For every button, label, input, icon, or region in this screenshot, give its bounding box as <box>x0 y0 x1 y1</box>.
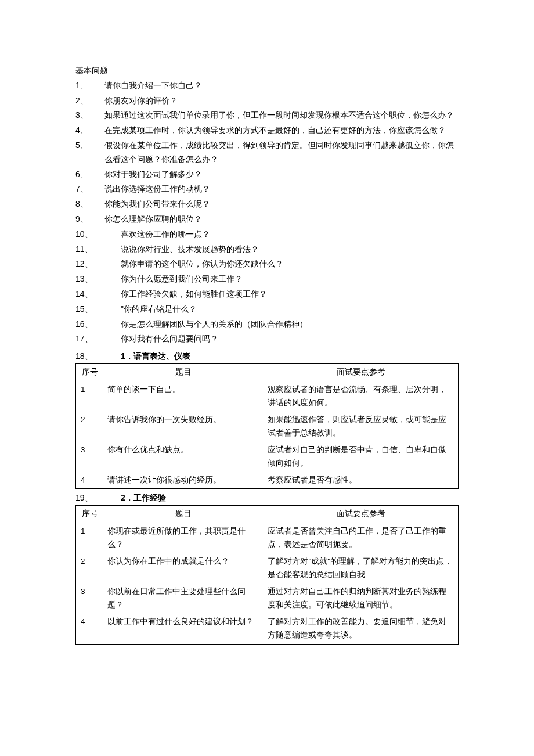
question-number: 15、 <box>75 303 121 316</box>
question-item: 17、你对我有什么问题要问吗？ <box>75 332 459 346</box>
table-header: 题目 <box>103 363 264 381</box>
question-number: 10、 <box>75 228 121 242</box>
row-point: 观察应试者的语言是否流畅、有条理、层次分明，讲话的风度如何。 <box>263 381 458 411</box>
question-item: 2、你朋友对你的评价？ <box>75 94 459 108</box>
question-text: 你为什么愿意到我们公司来工作？ <box>121 272 459 286</box>
question-text: 你朋友对你的评价？ <box>104 94 459 108</box>
question-number: 5、 <box>75 139 104 167</box>
question-number: 13、 <box>75 272 121 286</box>
row-point: 如果能迅速作答，则应试者反应灵敏，或可能是应试者善于总结教训。 <box>263 412 458 442</box>
question-item: 10、喜欢这份工作的哪一点？ <box>75 228 459 242</box>
table-row: 4请讲述一次让你很感动的经历。考察应试者是否有感性。 <box>76 472 459 489</box>
question-number: 16、 <box>75 318 121 332</box>
row-question: 你以前在日常工作中主要处理些什么问题？ <box>103 584 264 614</box>
question-text: 假设你在某单位工作，成绩比较突出，得到领导的肯定。但同时你发现同事们越来越孤立你… <box>104 139 459 167</box>
question-text: 在完成某项工作时，你认为领导要求的方式不是最好的，自己还有更好的方法，你应该怎么… <box>104 124 459 138</box>
question-number: 8、 <box>75 197 104 211</box>
question-number: 14、 <box>75 287 121 301</box>
table-header: 面试要点参考 <box>263 363 458 381</box>
section-number: 19、 <box>75 491 121 505</box>
table-row: 2你认为你在工作中的成就是什么？了解对方对"成就"的理解，了解对方能力的突出点，… <box>76 553 459 584</box>
table-header: 题目 <box>103 506 264 523</box>
question-item: 1、请你自我介绍一下你自己？ <box>75 79 459 93</box>
question-list: 1、请你自我介绍一下你自己？ 2、你朋友对你的评价？ 3、如果通过这次面试我们单… <box>75 79 459 346</box>
question-text: 你是怎么理解团队与个人的关系的（团队合作精神） <box>121 318 459 332</box>
row-number: 1 <box>76 381 103 411</box>
row-number: 2 <box>76 412 103 442</box>
row-number: 3 <box>76 442 103 472</box>
row-number: 1 <box>76 523 103 553</box>
question-text: 你对于我们公司了解多少？ <box>104 168 459 182</box>
row-question: 你认为你在工作中的成就是什么？ <box>103 553 264 584</box>
table-row: 3你有什么优点和缺点。应试者对自己的判断是否中肯，自信、自卑和自傲倾向如何。 <box>76 442 459 472</box>
row-number: 3 <box>76 584 103 614</box>
section-2-table: 序号 题目 面试要点参考 1你现在或最近所做的工作，其职责是什么？应试者是否曾关… <box>75 505 459 644</box>
question-number: 1、 <box>75 79 104 93</box>
question-item: 15、"你的座右铭是什么？ <box>75 303 459 316</box>
table-row: 1简单的谈一下自己。观察应试者的语言是否流畅、有条理、层次分明，讲话的风度如何。 <box>76 381 459 411</box>
row-question: 简单的谈一下自己。 <box>103 381 264 411</box>
row-number: 4 <box>76 614 103 644</box>
table-header: 序号 <box>76 363 103 381</box>
question-item: 8、你能为我们公司带来什么呢？ <box>75 197 459 211</box>
table-row: 4以前工作中有过什么良好的建议和计划？了解对方对工作的改善能力。要追问细节，避免… <box>76 614 459 644</box>
question-number: 7、 <box>75 182 104 196</box>
table-row: 2请你告诉我你的一次失败经历。如果能迅速作答，则应试者反应灵敏，或可能是应试者善… <box>76 412 459 442</box>
question-number: 12、 <box>75 257 121 271</box>
question-number: 6、 <box>75 168 104 182</box>
question-number: 2、 <box>75 94 104 108</box>
row-point: 了解对方对工作的改善能力。要追问细节，避免对方随意编造或夸夸其谈。 <box>263 614 458 644</box>
row-number: 4 <box>76 472 103 489</box>
question-item: 6、你对于我们公司了解多少？ <box>75 168 459 182</box>
row-question: 以前工作中有过什么良好的建议和计划？ <box>103 614 264 644</box>
question-text: 你工作经验欠缺，如何能胜任这项工作？ <box>121 287 459 301</box>
section-1-header: 18、 1．语言表达、仪表 <box>75 350 459 363</box>
question-item: 4、在完成某项工作时，你认为领导要求的方式不是最好的，自己还有更好的方法，你应该… <box>75 124 459 138</box>
question-text: 请你自我介绍一下你自己？ <box>104 79 459 93</box>
question-number: 4、 <box>75 124 104 138</box>
question-number: 9、 <box>75 213 104 226</box>
table-row: 3你以前在日常工作中主要处理些什么问题？通过对方对自己工作的归纳判断其对业务的熟… <box>76 584 459 614</box>
row-point: 了解对方对"成就"的理解，了解对方能力的突出点，是否能客观的总结回顾自我 <box>263 553 458 584</box>
question-text: 喜欢这份工作的哪一点？ <box>121 228 459 242</box>
question-item: 14、你工作经验欠缺，如何能胜任这项工作？ <box>75 287 459 301</box>
question-item: 7、说出你选择这份工作的动机？ <box>75 182 459 196</box>
question-text: 如果通过这次面试我们单位录用了你，但工作一段时间却发现你根本不适合这个职位，你怎… <box>104 109 459 123</box>
section-title: 1．语言表达、仪表 <box>121 350 190 363</box>
row-point: 通过对方对自己工作的归纳判断其对业务的熟练程度和关注度。可依此继续追问细节。 <box>263 584 458 614</box>
section-number: 18、 <box>75 350 121 363</box>
row-question: 你有什么优点和缺点。 <box>103 442 264 472</box>
row-point: 考察应试者是否有感性。 <box>263 472 458 489</box>
question-item: 9、你怎么理解你应聘的职位？ <box>75 213 459 226</box>
question-number: 3、 <box>75 109 104 123</box>
question-text: 就你申请的这个职位，你认为你还欠缺什么？ <box>121 257 459 271</box>
question-text: 你能为我们公司带来什么呢？ <box>104 197 459 211</box>
question-item: 11、说说你对行业、技术发展趋势的看法？ <box>75 243 459 257</box>
question-text: 说出你选择这份工作的动机？ <box>104 182 459 196</box>
question-text: "你的座右铭是什么？ <box>121 303 459 316</box>
section-1-table: 序号 题目 面试要点参考 1简单的谈一下自己。观察应试者的语言是否流畅、有条理、… <box>75 363 459 489</box>
question-text: 说说你对行业、技术发展趋势的看法？ <box>121 243 459 257</box>
document-title: 基本问题 <box>75 64 459 78</box>
row-question: 你现在或最近所做的工作，其职责是什么？ <box>103 523 264 553</box>
row-number: 2 <box>76 553 103 584</box>
row-point: 应试者是否曾关注自己的工作，是否了己工作的重点，表述是否简明扼要。 <box>263 523 458 553</box>
question-item: 12、就你申请的这个职位，你认为你还欠缺什么？ <box>75 257 459 271</box>
question-item: 16、你是怎么理解团队与个人的关系的（团队合作精神） <box>75 318 459 332</box>
question-item: 5、假设你在某单位工作，成绩比较突出，得到领导的肯定。但同时你发现同事们越来越孤… <box>75 139 459 167</box>
question-item: 13、你为什么愿意到我们公司来工作？ <box>75 272 459 286</box>
row-question: 请讲述一次让你很感动的经历。 <box>103 472 264 489</box>
question-number: 17、 <box>75 332 121 346</box>
section-2-header: 19、 2．工作经验 <box>75 491 459 505</box>
question-number: 11、 <box>75 243 121 257</box>
row-question: 请你告诉我你的一次失败经历。 <box>103 412 264 442</box>
table-header: 序号 <box>76 506 103 523</box>
table-header: 面试要点参考 <box>263 506 458 523</box>
row-point: 应试者对自己的判断是否中肯，自信、自卑和自傲倾向如何。 <box>263 442 458 472</box>
question-item: 3、如果通过这次面试我们单位录用了你，但工作一段时间却发现你根本不适合这个职位，… <box>75 109 459 123</box>
question-text: 你对我有什么问题要问吗？ <box>121 332 459 346</box>
section-title: 2．工作经验 <box>121 491 166 505</box>
question-text: 你怎么理解你应聘的职位？ <box>104 213 459 226</box>
table-row: 1你现在或最近所做的工作，其职责是什么？应试者是否曾关注自己的工作，是否了己工作… <box>76 523 459 553</box>
